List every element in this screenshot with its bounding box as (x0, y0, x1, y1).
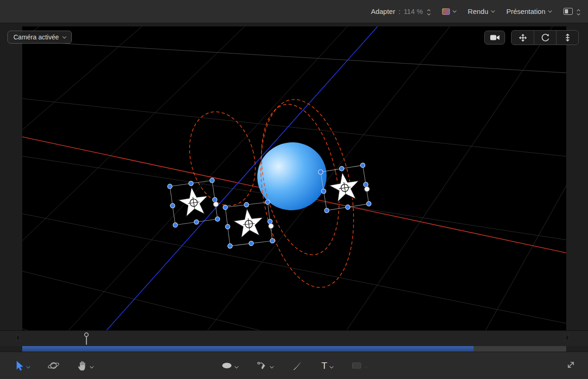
selection-handle[interactable] (212, 197, 217, 202)
selection-handle[interactable] (249, 241, 254, 246)
menu-rendu-label: Rendu (468, 7, 488, 15)
chevron-down-icon (577, 12, 580, 15)
zoom-label: Adapter (371, 7, 395, 15)
menu-presentation[interactable]: Présentation (506, 7, 551, 15)
layout-control[interactable] (563, 8, 580, 15)
playhead[interactable] (83, 332, 89, 346)
star-object[interactable] (223, 199, 276, 249)
letter-T-icon: T (322, 360, 328, 371)
select-tool[interactable] (15, 360, 24, 371)
expand-canvas-button[interactable] (566, 360, 576, 372)
orbit-sphere-icon (47, 360, 60, 371)
selection-handle[interactable] (194, 219, 199, 225)
chevron-down-icon (548, 9, 552, 13)
ellipse-tool-menu-chevron[interactable] (234, 365, 238, 368)
selection-handle[interactable] (366, 201, 371, 206)
filled-ellipse-icon (221, 362, 233, 369)
color-swatch-icon (442, 8, 450, 15)
pan-tool[interactable] (77, 360, 88, 371)
dolly-3d-button[interactable] (556, 31, 578, 45)
diagonal-resize-arrows-icon (566, 360, 576, 370)
selection-handle[interactable] (167, 184, 172, 189)
circular-arrow-icon (541, 33, 550, 42)
bezier-tool-menu-chevron[interactable] (270, 365, 273, 368)
selection-handle[interactable] (360, 163, 365, 168)
zoom-separator: : (398, 7, 400, 15)
view-tools (484, 30, 579, 45)
brush-stroke-icon (292, 360, 303, 371)
zoom-stepper[interactable] (428, 8, 430, 15)
selection-handle[interactable] (244, 202, 249, 207)
menu-rendu[interactable]: Rendu (468, 7, 494, 15)
camera-toggle-button[interactable]: Caméra activée (7, 31, 72, 44)
left-tools (0, 360, 93, 371)
camera-move-group (511, 30, 579, 45)
text-tool[interactable]: T (322, 360, 328, 371)
chevron-down-icon (452, 9, 456, 13)
pan-tool-menu-chevron[interactable] (90, 365, 94, 368)
ellipse-tool[interactable] (221, 362, 233, 369)
zoom-value: 114 % (404, 7, 423, 15)
in-point-marker[interactable] (16, 334, 22, 342)
scene-camera-button[interactable] (484, 31, 505, 45)
bezier-tool[interactable] (257, 360, 268, 371)
canvas-layout-icon (563, 8, 573, 15)
selection-handle[interactable] (173, 222, 178, 227)
color-well[interactable] (442, 8, 456, 15)
canvas-area: Caméra activée (0, 23, 588, 330)
selection-handle[interactable] (228, 244, 233, 249)
transform-3d-tool[interactable] (47, 360, 60, 371)
center-tools: T (221, 360, 367, 371)
timeline-ruler[interactable] (0, 331, 588, 346)
chevron-down-icon (491, 9, 495, 13)
vertical-arrows-icon (563, 33, 572, 42)
chevron-down-icon (63, 34, 66, 38)
star-object[interactable] (167, 178, 221, 227)
selection-handle[interactable] (215, 217, 220, 222)
sphere-object[interactable] (248, 133, 335, 219)
rectangle-tool[interactable] (351, 362, 361, 369)
zoom-control[interactable]: Adapter : 114 % (371, 7, 430, 15)
pen-curve-icon (257, 360, 268, 371)
layout-stepper[interactable] (577, 8, 580, 15)
cursor-arrow-icon (15, 360, 24, 371)
four-way-arrows-icon (518, 33, 527, 42)
rounded-rectangle-icon (351, 362, 361, 369)
out-point-marker[interactable] (563, 334, 569, 342)
selection-handle[interactable] (223, 205, 228, 210)
selection-handle[interactable] (339, 166, 344, 171)
video-camera-icon (490, 34, 500, 41)
selection-handle[interactable] (324, 208, 329, 213)
pan-3d-button[interactable] (512, 31, 534, 45)
menu-presentation-label: Présentation (506, 7, 545, 15)
timeline (0, 330, 588, 352)
hand-icon (77, 360, 88, 371)
selection-handle[interactable] (345, 205, 350, 210)
rotation-handle[interactable] (213, 201, 219, 207)
rotation-handle[interactable] (364, 186, 370, 192)
selection-handle[interactable] (225, 224, 230, 229)
selection-handle[interactable] (170, 203, 175, 208)
canvas-viewport[interactable] (22, 26, 566, 330)
chevron-down-icon (427, 12, 430, 15)
selection-handle[interactable] (209, 178, 215, 183)
orbit-3d-button[interactable] (534, 31, 556, 45)
scene-3d[interactable] (22, 26, 566, 330)
text-tool-menu-chevron[interactable] (329, 365, 333, 368)
select-tool-menu-chevron[interactable] (26, 365, 30, 368)
rectangle-tool-menu-chevron[interactable] (364, 365, 367, 368)
camera-toggle-label: Caméra activée (13, 33, 59, 41)
paint-stroke-tool[interactable] (292, 360, 303, 371)
tools-toolbar: T (0, 352, 588, 379)
main-toolbar: Adapter : 114 % Rendu Présentation (0, 0, 588, 23)
